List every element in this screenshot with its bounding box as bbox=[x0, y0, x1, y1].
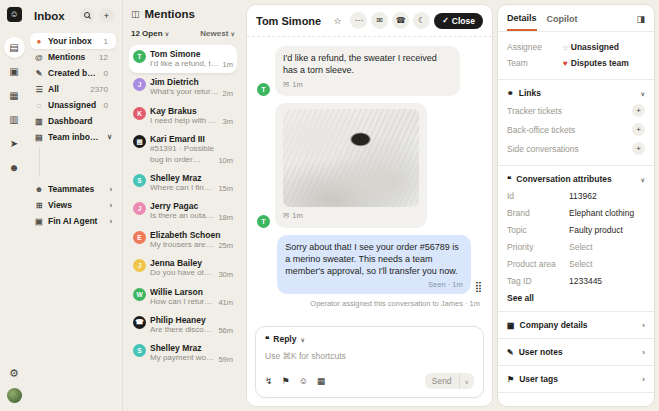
add-link-button[interactable]: + bbox=[632, 104, 645, 117]
team-value[interactable]: ♥Disputes team bbox=[563, 58, 629, 68]
inbox-sidebar: Inbox + ● Your inbox 1 @ Mentions 12 ✎ C… bbox=[28, 0, 122, 411]
sidebar-item[interactable]: ▥ Dashboard bbox=[30, 113, 116, 129]
open-filter-dropdown[interactable]: 12 Open ∨ bbox=[131, 29, 169, 38]
rail-item-icon[interactable]: ▤ bbox=[4, 37, 25, 58]
conversation-list-item[interactable]: S Shelley Mraz My payment won't wor... 5… bbox=[129, 339, 237, 367]
conversation-list-item[interactable]: K Kay Brakus I need help with my order 3… bbox=[129, 102, 237, 130]
details-nav-row[interactable]: ⚑ User tags › bbox=[498, 366, 654, 393]
sidebar-item[interactable]: ▤ Team inboxes ∨ bbox=[30, 129, 116, 145]
sidebar-item-label: Created by you bbox=[48, 68, 100, 78]
rail-item-icon[interactable]: ▥ bbox=[4, 109, 25, 130]
close-conversation-button[interactable]: ✓ Close bbox=[434, 13, 483, 29]
conversation-list-item[interactable]: E Elizabeth Schoen My trousers are the w… bbox=[129, 226, 237, 254]
conversation-summary: Tom Simone I'd like a refund, the sweate… bbox=[150, 49, 233, 69]
conversation-list-item[interactable]: J Jim Dietrich What's your returns polic… bbox=[129, 73, 237, 101]
rail-glyph: ▦ bbox=[9, 90, 18, 101]
attribute-value[interactable]: 1233445 bbox=[569, 276, 602, 286]
conversation-summary: Kay Brakus I need help with my order 3m bbox=[150, 106, 233, 126]
chevron-down-icon: ∨ bbox=[165, 31, 169, 37]
emoji-icon[interactable]: ☺ bbox=[299, 376, 308, 386]
chevron-right-icon: › bbox=[642, 375, 645, 384]
sidebar-footer-item[interactable]: ☻ Teammates › bbox=[30, 181, 116, 197]
attribute-value[interactable]: Elephant clothing bbox=[569, 208, 634, 218]
search-button[interactable] bbox=[80, 8, 95, 23]
conversation-list-item[interactable]: W Willie Larson How can I return an ite.… bbox=[129, 283, 237, 311]
team-inbox-item[interactable] bbox=[47, 171, 116, 177]
sort-dropdown[interactable]: Newest ∨ bbox=[200, 29, 235, 38]
reply-mode-dropdown[interactable]: ❝ Reply ∨ bbox=[265, 334, 474, 344]
conversation-list-item[interactable]: T Tom Simone I'd like a refund, the swea… bbox=[129, 45, 237, 73]
attribute-label: Product area bbox=[507, 259, 569, 269]
rail-item-icon[interactable]: ▣ bbox=[4, 61, 25, 82]
sidebar-item[interactable]: ✎ Created by you 0 bbox=[30, 65, 116, 81]
sidebar-item-icon: ◌ bbox=[34, 101, 44, 110]
sidebar-item[interactable]: ☰ All 2370 bbox=[30, 81, 116, 97]
conversation-list-item[interactable]: S Shelley Mraz Where can I find the late… bbox=[129, 169, 237, 197]
add-link-button[interactable]: + bbox=[632, 142, 645, 155]
link-label: Tracker tickets bbox=[507, 106, 632, 116]
sidebar-item[interactable]: @ Mentions 12 bbox=[30, 49, 116, 65]
star-icon[interactable]: ☆ bbox=[329, 12, 346, 29]
conversation-list-item[interactable]: J Jerry Pagac Is there an outage? I ca..… bbox=[129, 197, 237, 225]
rail-item-icon[interactable]: ▦ bbox=[4, 85, 25, 106]
timestamp: 59m bbox=[218, 355, 233, 364]
see-all-link[interactable]: See all bbox=[507, 289, 645, 304]
assignee-value[interactable]: ◌Unassigned bbox=[563, 42, 619, 52]
send-button[interactable]: Send ∨ bbox=[425, 373, 474, 389]
attribute-row: Priority Select bbox=[507, 238, 645, 255]
sidebar-footer-item[interactable]: ⊞ Views › bbox=[30, 197, 116, 213]
rail-item-icon[interactable]: ➤ bbox=[4, 133, 25, 154]
details-nav-row[interactable]: ✎ User notes › bbox=[498, 339, 654, 366]
contact-name: Kay Brakus bbox=[150, 106, 233, 116]
message-input[interactable]: Use ⌘K for shortcuts bbox=[265, 351, 474, 361]
user-avatar[interactable] bbox=[7, 388, 22, 403]
sidebar-item-label: Your inbox bbox=[48, 36, 100, 46]
link-label: Side conversations bbox=[507, 144, 632, 154]
message-preview: What's your returns policy? bbox=[150, 87, 220, 97]
attribute-value[interactable]: Select bbox=[569, 242, 593, 252]
sidebar-footer-item[interactable]: ▣ Fin AI Agent › bbox=[30, 213, 116, 229]
shortcuts-icon[interactable]: ↯ bbox=[265, 376, 273, 386]
link-row: Side conversations + bbox=[507, 139, 645, 158]
attribute-value[interactable]: 113962 bbox=[569, 191, 597, 201]
intercom-logo[interactable]: ☺ bbox=[7, 7, 22, 22]
message-preview: Where can I find the latest bbox=[150, 183, 215, 193]
rail-item-icon[interactable]: ☻ bbox=[4, 157, 25, 178]
add-link-button[interactable]: + bbox=[632, 123, 645, 136]
snooze-icon[interactable]: ☾ bbox=[413, 12, 430, 29]
phone-icon[interactable]: ☎ bbox=[392, 12, 409, 29]
tab-copilot[interactable]: Copilot bbox=[547, 14, 578, 30]
toggle-panel-icon[interactable]: ◨ bbox=[636, 14, 645, 24]
conversation-list-item[interactable]: J Jenna Bailey Do you have other size...… bbox=[129, 254, 237, 282]
attachment-image-torn-sweater[interactable] bbox=[283, 109, 419, 207]
conversation-list-item[interactable]: ☎ Philip Heaney Are there discounts av..… bbox=[129, 311, 237, 339]
attribute-value[interactable]: Faulty product bbox=[569, 225, 623, 235]
attribute-value[interactable]: Select bbox=[569, 259, 593, 269]
details-nav-row[interactable]: ▦ Company details › bbox=[498, 312, 654, 339]
team-icon: ♥ bbox=[563, 59, 568, 68]
gif-icon[interactable]: ▦ bbox=[317, 376, 326, 386]
inbox-sidebar-header: Inbox + bbox=[34, 8, 114, 23]
attributes-section-header[interactable]: ❝ Conversation attributes ∨ bbox=[507, 172, 645, 187]
attribute-label: Priority bbox=[507, 242, 569, 252]
sidebar-item[interactable]: ◌ Unassigned 0 bbox=[30, 97, 116, 113]
tab-details[interactable]: Details bbox=[507, 13, 537, 31]
timestamp: 1m bbox=[223, 60, 233, 69]
links-section-header[interactable]: ⚭ Links ∨ bbox=[507, 86, 645, 101]
sidebar-item-icon: ▥ bbox=[34, 117, 44, 126]
mentions-panel: ◫ Mentions 12 Open ∨ Newest ∨ T Tom Simo… bbox=[122, 0, 242, 411]
timestamp: 56m bbox=[218, 326, 233, 335]
conversation-summary: Willie Larson How can I return an ite...… bbox=[150, 287, 233, 307]
sidebar-item[interactable]: ● Your inbox 1 bbox=[30, 33, 116, 49]
settings-gear-icon[interactable]: ⚙ bbox=[9, 367, 19, 380]
new-conversation-button[interactable]: + bbox=[99, 8, 114, 23]
chevron-right-icon: › bbox=[642, 348, 645, 357]
timestamp: 25m bbox=[218, 241, 233, 250]
more-options-icon[interactable]: ⋯ bbox=[350, 12, 367, 29]
saved-replies-icon[interactable]: ⚑ bbox=[282, 376, 290, 386]
conversation-list-item[interactable]: ▤ Kari Emard III #51391 · Possible bug i… bbox=[129, 130, 237, 169]
email-icon[interactable]: ✉ bbox=[371, 12, 388, 29]
collapse-panel-icon[interactable]: ◫ bbox=[131, 9, 140, 19]
link-icon: ⚭ bbox=[507, 89, 514, 98]
contact-name: Jim Dietrich bbox=[150, 77, 233, 87]
